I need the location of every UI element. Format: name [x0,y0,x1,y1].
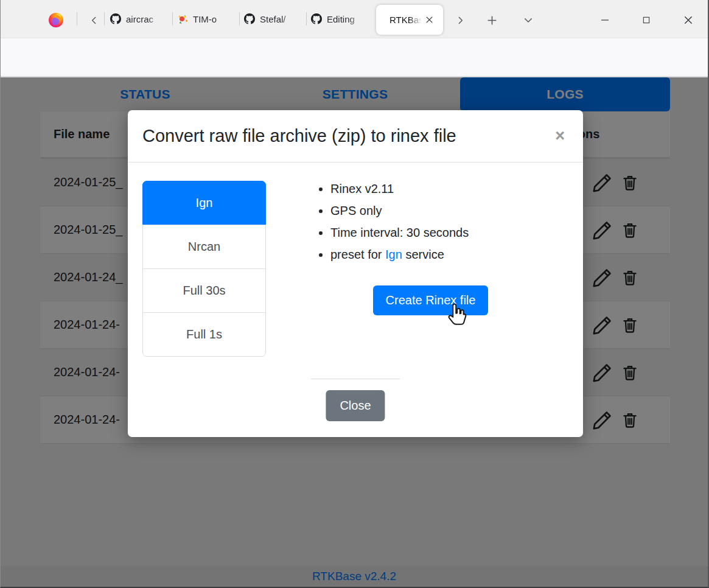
browser-window: aircrac TIM-o Stefal/ Editing RTKBase [0,0,709,588]
modal-close-button[interactable]: Close [326,390,385,421]
hand-cursor-icon [445,302,469,329]
github-icon [311,13,322,24]
page-content: STATUS SETTINGS LOGS File name Actions 2… [1,77,708,587]
create-rinex-file-button[interactable]: Create Rinex file [373,285,489,315]
detail-item: GPS only [330,204,568,218]
browser-tab-tim[interactable]: TIM-o [177,9,238,29]
detail-item: Time interval: 30 seconds [330,226,568,240]
detail-item: preset for Ign service [330,248,568,262]
detail-item: Rinex v2.11 [330,182,568,196]
browser-toolbar: 192.168.178.34/logs# [1,38,708,77]
preset-detail-list: Rinex v2.11 GPS only Time interval: 30 s… [317,182,568,270]
close-window-button[interactable] [683,15,694,26]
tab-title: aircrac [126,14,165,24]
scroll-tabs-left-button[interactable] [86,12,102,28]
close-tab-icon[interactable] [425,15,434,24]
maximize-button[interactable] [641,15,652,26]
preset-list: Ign Nrcan Full 30s Full 1s [142,181,266,357]
preset-full-30s[interactable]: Full 30s [142,268,266,313]
new-tab-button[interactable] [484,12,500,28]
tabbar-divider [306,12,307,26]
burst-favicon-icon [177,13,188,24]
tabbar-divider [239,12,240,26]
list-all-tabs-button[interactable] [520,12,536,28]
browser-tab-editing[interactable]: Editing [311,9,372,29]
convert-rinex-modal: Convert raw file archive (zip) to rinex … [128,110,583,437]
preset-full-1s[interactable]: Full 1s [142,312,266,357]
preset-ign[interactable]: Ign [142,181,266,225]
github-icon [110,13,121,24]
modal-footer-divider [311,379,400,379]
detail-text: preset for [330,248,385,261]
modal-body: Ign Nrcan Full 30s Full 1s Rinex v2.11 G… [128,163,583,357]
browser-tab-bar: aircrac TIM-o Stefal/ Editing RTKBase [1,0,708,38]
modal-close-x-button[interactable]: × [551,127,568,145]
tab-title: Stefal/ [260,14,299,24]
tab-title: TIM-o [193,14,232,24]
minimize-button[interactable] [599,15,610,26]
tabbar-divider [172,12,173,26]
preset-details: Rinex v2.11 GPS only Time interval: 30 s… [317,181,568,357]
browser-tab-stefal[interactable]: Stefal/ [244,9,305,29]
tabbar-divider [104,12,105,26]
browser-tab-aircrack[interactable]: aircrac [110,9,171,29]
github-icon [244,13,255,24]
tabbar-divider [77,12,77,26]
ign-service-link[interactable]: Ign [385,248,402,261]
preset-nrcan[interactable]: Nrcan [142,225,266,269]
browser-tab-rtkbase-active[interactable]: RTKBase [376,5,443,35]
detail-text: service [402,248,444,261]
tab-title: Editing [327,14,366,24]
modal-header: Convert raw file archive (zip) to rinex … [128,110,583,163]
firefox-logo-icon [48,12,64,28]
scroll-tabs-right-button[interactable] [452,12,468,28]
modal-title: Convert raw file archive (zip) to rinex … [142,126,456,146]
tab-title: RTKBase [389,15,425,25]
